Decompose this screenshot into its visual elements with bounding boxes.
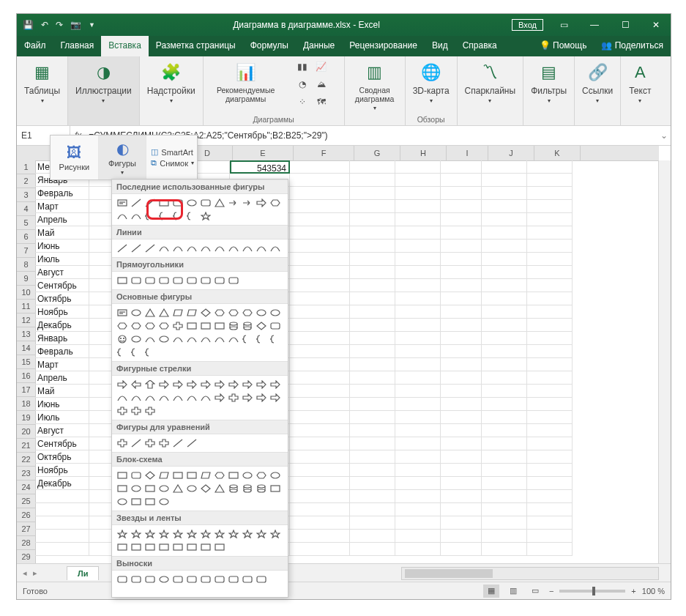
cell[interactable] — [441, 160, 482, 174]
cell[interactable] — [350, 266, 395, 279]
row-header[interactable]: 24 — [17, 480, 35, 494]
shape-option[interactable] — [171, 482, 184, 495]
row-header[interactable]: 16 — [17, 369, 35, 383]
shape-option[interactable] — [143, 469, 157, 482]
vertical-scrollbar[interactable] — [658, 160, 671, 563]
cell[interactable]: Сентябрь — [35, 279, 89, 292]
shape-option[interactable] — [157, 274, 171, 287]
cell[interactable] — [482, 305, 527, 319]
cell[interactable]: Июль — [35, 253, 89, 266]
shape-option[interactable] — [171, 378, 184, 391]
tab-insert[interactable]: Вставка — [101, 36, 149, 56]
cell[interactable] — [290, 543, 350, 556]
shape-option[interactable] — [143, 391, 157, 404]
shape-option[interactable] — [184, 209, 198, 223]
maximize-icon[interactable]: ☐ — [611, 14, 640, 36]
cell[interactable]: Февраль — [35, 187, 89, 200]
row-header[interactable]: 2 — [17, 174, 35, 188]
shape-option[interactable] — [240, 391, 254, 404]
shape-option[interactable] — [143, 209, 157, 223]
row-header[interactable]: 23 — [17, 467, 35, 480]
cell[interactable] — [482, 543, 527, 556]
shape-option[interactable] — [157, 306, 171, 319]
cell[interactable] — [395, 411, 441, 424]
cell[interactable] — [35, 490, 89, 503]
row-header[interactable]: 20 — [17, 425, 35, 439]
shape-option[interactable] — [226, 391, 240, 404]
cell[interactable] — [441, 266, 482, 279]
pictures-button[interactable]: 🖼Рисунки — [51, 136, 99, 179]
cell[interactable] — [527, 398, 573, 411]
shape-option[interactable] — [226, 333, 240, 346]
cell[interactable] — [395, 332, 441, 345]
shape-option[interactable] — [226, 527, 240, 541]
tab-home[interactable]: Главная — [53, 36, 102, 56]
row-header[interactable]: 19 — [17, 411, 35, 425]
shape-option[interactable] — [198, 378, 212, 391]
cell[interactable] — [395, 279, 441, 292]
shape-option[interactable] — [157, 209, 171, 223]
links-button[interactable]: 🔗Ссылки▾ — [579, 59, 616, 105]
cell[interactable] — [441, 200, 482, 213]
cell[interactable] — [350, 174, 395, 187]
shape-option[interactable] — [143, 482, 157, 495]
cell[interactable] — [395, 516, 441, 530]
cell[interactable] — [482, 345, 527, 358]
cell[interactable]: Июнь — [35, 240, 89, 253]
shape-option[interactable] — [212, 469, 226, 482]
shape-option[interactable] — [129, 404, 143, 418]
cell[interactable] — [290, 516, 350, 530]
shape-option[interactable] — [184, 469, 198, 482]
cell[interactable] — [527, 332, 573, 345]
cell[interactable] — [441, 490, 482, 503]
cell[interactable] — [350, 319, 395, 332]
cell[interactable] — [441, 174, 482, 187]
cell[interactable] — [482, 371, 527, 385]
shape-option[interactable] — [171, 333, 184, 346]
shape-option[interactable] — [212, 541, 226, 554]
cell[interactable]: Декабрь — [35, 319, 89, 332]
cell[interactable] — [482, 411, 527, 424]
cell[interactable] — [527, 358, 573, 371]
shape-option[interactable] — [171, 209, 184, 223]
shape-option[interactable] — [226, 482, 240, 495]
shape-option[interactable] — [129, 333, 143, 346]
cell[interactable] — [441, 240, 482, 253]
cell[interactable] — [441, 279, 482, 292]
shape-option[interactable] — [115, 274, 129, 287]
recommended-charts-button[interactable]: 📊Рекомендуемые диаграммы — [210, 59, 282, 105]
cell[interactable] — [482, 174, 527, 187]
cell[interactable]: Сентябрь — [35, 437, 89, 450]
shape-option[interactable] — [129, 306, 143, 319]
shape-option[interactable] — [171, 437, 184, 450]
cell[interactable] — [482, 477, 527, 490]
shape-option[interactable] — [198, 527, 212, 541]
shape-option[interactable] — [115, 482, 129, 495]
cell[interactable] — [395, 213, 441, 226]
shape-option[interactable] — [171, 469, 184, 482]
row-header[interactable]: 1 — [17, 160, 35, 174]
cell[interactable] — [290, 240, 350, 253]
shape-option[interactable] — [171, 573, 184, 586]
shape-option[interactable] — [254, 319, 268, 333]
cell[interactable] — [527, 530, 573, 543]
shape-option[interactable] — [268, 469, 282, 482]
formula-expand-icon[interactable]: ⌄ — [657, 130, 671, 141]
row-header[interactable]: 27 — [17, 522, 35, 536]
shape-option[interactable] — [212, 573, 226, 586]
cell[interactable] — [482, 332, 527, 345]
view-page-break-icon[interactable]: ▭ — [527, 585, 543, 598]
ribbon-options-icon[interactable]: ▭ — [549, 14, 578, 36]
cell[interactable] — [441, 253, 482, 266]
shape-option[interactable] — [254, 391, 268, 404]
cell[interactable] — [395, 464, 441, 477]
shape-option[interactable] — [198, 573, 212, 586]
shape-option[interactable] — [184, 196, 198, 209]
cell[interactable] — [290, 174, 350, 187]
shape-option[interactable] — [240, 319, 254, 333]
shape-option[interactable] — [143, 196, 157, 209]
cell[interactable] — [395, 174, 441, 187]
tell-me[interactable]: 💡 Помощь — [532, 36, 594, 56]
cell[interactable] — [482, 213, 527, 226]
cell[interactable] — [527, 279, 573, 292]
